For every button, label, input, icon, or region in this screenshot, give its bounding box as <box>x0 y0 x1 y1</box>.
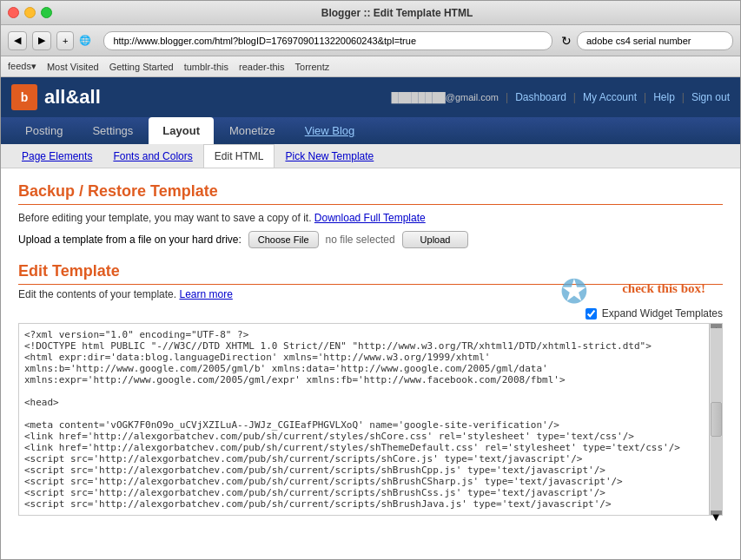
header-right: ████████@gmail.com | Dashboard | My Acco… <box>391 91 730 103</box>
window-title: Blogger :: Edit Template HTML <box>61 7 733 19</box>
add-tab-button[interactable]: + <box>56 31 74 50</box>
back-button[interactable]: ◀ <box>8 31 27 50</box>
backup-title: Backup / Restore Template <box>18 182 723 205</box>
bookmark-getting-started[interactable]: Getting Started <box>109 62 174 72</box>
tab-settings[interactable]: Settings <box>78 117 147 144</box>
editor-wrapper: <?xml version="1.0" encoding="UTF-8" ?> … <box>18 323 723 516</box>
tab-posting[interactable]: Posting <box>11 117 76 144</box>
expand-widget-row: ✪ check this box! Expand Widget Template… <box>18 307 723 320</box>
tab-view-blog[interactable]: View Blog <box>291 117 369 144</box>
blogger-icon: b <box>11 84 37 110</box>
edit-description: Edit the contents of your template. Lear… <box>18 288 723 300</box>
nav-tabs: Posting Settings Layout Monetize View Bl… <box>1 117 740 144</box>
page-body: Backup / Restore Template Before editing… <box>1 168 740 559</box>
window-buttons <box>8 7 52 18</box>
refresh-button[interactable]: ↻ <box>561 34 572 48</box>
choose-file-button[interactable]: Choose File <box>248 231 319 248</box>
minimize-button[interactable] <box>24 7 36 18</box>
tab-monetize[interactable]: Monetize <box>215 117 289 144</box>
dashboard-link[interactable]: Dashboard <box>515 91 566 103</box>
star-decoration: ✪ <box>560 273 588 311</box>
bookmark-most-visited[interactable]: Most Visited <box>47 62 99 72</box>
forward-button[interactable]: ▶ <box>32 31 51 50</box>
scrollbar-bottom-arrow[interactable]: ▼ <box>711 511 722 515</box>
subnav-page-elements[interactable]: Page Elements <box>11 145 103 168</box>
backup-section: Backup / Restore Template Before editing… <box>18 182 723 248</box>
bookmark-reader[interactable]: reader-this <box>239 62 285 72</box>
tab-layout[interactable]: Layout <box>149 117 214 144</box>
account-link[interactable]: My Account <box>583 91 637 103</box>
maximize-button[interactable] <box>41 7 52 18</box>
close-button[interactable] <box>8 7 19 18</box>
blogger-logo: b all&all <box>11 84 101 110</box>
upload-label: Upload a template from a file on your ha… <box>18 234 241 246</box>
template-editor[interactable]: <?xml version="1.0" encoding="UTF-8" ?> … <box>19 324 709 515</box>
search-bar[interactable] <box>577 31 733 50</box>
backup-description: Before editing your template, you may wa… <box>18 212 723 224</box>
bookmark-tumblr[interactable]: tumblr-this <box>184 62 228 72</box>
bookmark-feeds[interactable]: feeds▾ <box>8 61 36 72</box>
url-bar[interactable] <box>103 31 552 50</box>
check-this-label: check this box! <box>622 281 705 296</box>
blogger-header: b all&all ████████@gmail.com | Dashboard… <box>1 77 740 117</box>
upload-button[interactable]: Upload <box>402 231 469 248</box>
edit-title: Edit Template <box>18 262 723 285</box>
rss-icon: 🌐 <box>79 35 91 46</box>
title-bar: Blogger :: Edit Template HTML <box>1 1 740 25</box>
subnav-fonts-colors[interactable]: Fonts and Colors <box>103 145 202 168</box>
browser-toolbar: ◀ ▶ + 🌐 ↻ <box>1 25 740 56</box>
blogger-brand-name: all&all <box>44 86 101 109</box>
edit-section: Edit Template Edit the contents of your … <box>18 262 723 516</box>
expand-widget-label: Expand Widget Templates <box>602 307 723 320</box>
bookmarks-bar: feeds▾ Most Visited Getting Started tumb… <box>1 56 740 77</box>
user-email: ████████@gmail.com <box>391 92 499 102</box>
signout-link[interactable]: Sign out <box>691 91 730 103</box>
subnav-pick-template[interactable]: Pick New Template <box>275 145 384 168</box>
scrollbar-thumb[interactable] <box>711 402 722 437</box>
bookmark-torrentz[interactable]: Torrentz <box>295 62 330 72</box>
help-link[interactable]: Help <box>653 91 675 103</box>
upload-row: Upload a template from a file on your ha… <box>18 231 723 248</box>
editor-scrollbar[interactable]: ▲ ▼ <box>709 324 722 515</box>
subnav-edit-html[interactable]: Edit HTML <box>203 144 275 168</box>
sub-nav: Page Elements Fonts and Colors Edit HTML… <box>1 144 740 168</box>
no-file-label: no file selected <box>326 234 395 246</box>
learn-more-link[interactable]: Learn more <box>179 288 232 300</box>
download-full-template-link[interactable]: Download Full Template <box>314 212 426 224</box>
